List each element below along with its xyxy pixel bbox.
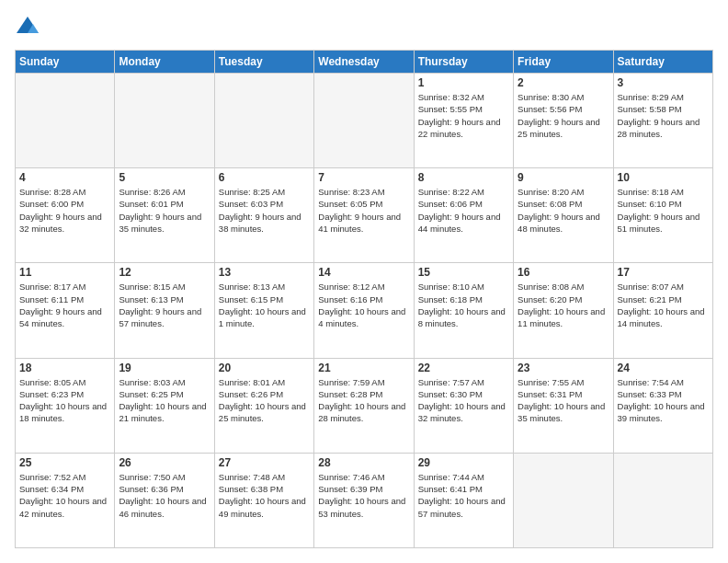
day-cell: 21Sunrise: 7:59 AM Sunset: 6:28 PM Dayli…: [314, 358, 414, 453]
day-info: Sunrise: 8:22 AM Sunset: 6:06 PM Dayligh…: [418, 186, 509, 235]
day-number: 2: [518, 76, 609, 89]
day-info: Sunrise: 8:29 AM Sunset: 5:58 PM Dayligh…: [618, 91, 709, 140]
day-cell: 4Sunrise: 8:28 AM Sunset: 6:00 PM Daylig…: [16, 168, 115, 263]
header-cell-saturday: Saturday: [613, 51, 712, 74]
day-cell: 27Sunrise: 7:48 AM Sunset: 6:38 PM Dayli…: [214, 453, 313, 547]
day-info: Sunrise: 8:23 AM Sunset: 6:05 PM Dayligh…: [318, 186, 409, 235]
header-cell-wednesday: Wednesday: [314, 51, 414, 74]
day-cell: [115, 74, 214, 168]
day-number: 4: [19, 171, 110, 184]
day-cell: 7Sunrise: 8:23 AM Sunset: 6:05 PM Daylig…: [314, 168, 414, 263]
day-cell: 16Sunrise: 8:08 AM Sunset: 6:20 PM Dayli…: [514, 263, 613, 358]
day-info: Sunrise: 7:44 AM Sunset: 6:41 PM Dayligh…: [418, 471, 509, 520]
day-number: 26: [119, 456, 210, 469]
day-number: 16: [518, 266, 609, 279]
header: [15, 15, 713, 40]
day-number: 20: [219, 362, 310, 374]
day-number: 10: [618, 171, 709, 184]
day-cell: [16, 74, 115, 168]
day-info: Sunrise: 8:13 AM Sunset: 6:15 PM Dayligh…: [219, 281, 310, 329]
day-number: 5: [119, 171, 210, 184]
day-info: Sunrise: 7:55 AM Sunset: 6:31 PM Dayligh…: [518, 376, 609, 425]
day-info: Sunrise: 8:28 AM Sunset: 6:00 PM Dayligh…: [19, 186, 110, 235]
day-number: 27: [219, 456, 310, 469]
header-cell-sunday: Sunday: [16, 51, 115, 74]
day-cell: 18Sunrise: 8:05 AM Sunset: 6:23 PM Dayli…: [16, 358, 115, 453]
header-cell-tuesday: Tuesday: [214, 51, 313, 74]
day-info: Sunrise: 8:18 AM Sunset: 6:10 PM Dayligh…: [618, 186, 709, 235]
day-number: 24: [618, 362, 709, 374]
day-info: Sunrise: 8:17 AM Sunset: 6:11 PM Dayligh…: [19, 281, 110, 329]
day-info: Sunrise: 8:03 AM Sunset: 6:25 PM Dayligh…: [119, 376, 210, 425]
day-number: 29: [418, 456, 509, 469]
week-row-3: 18Sunrise: 8:05 AM Sunset: 6:23 PM Dayli…: [16, 358, 713, 453]
day-number: 3: [618, 76, 709, 89]
page: SundayMondayTuesdayWednesdayThursdayFrid…: [0, 0, 728, 563]
day-info: Sunrise: 8:15 AM Sunset: 6:13 PM Dayligh…: [119, 281, 210, 329]
day-cell: 22Sunrise: 7:57 AM Sunset: 6:30 PM Dayli…: [414, 358, 513, 453]
day-number: 28: [318, 456, 409, 469]
week-row-4: 25Sunrise: 7:52 AM Sunset: 6:34 PM Dayli…: [16, 453, 713, 547]
day-cell: 2Sunrise: 8:30 AM Sunset: 5:56 PM Daylig…: [514, 74, 613, 168]
day-cell: 3Sunrise: 8:29 AM Sunset: 5:58 PM Daylig…: [613, 74, 712, 168]
day-cell: 15Sunrise: 8:10 AM Sunset: 6:18 PM Dayli…: [414, 263, 513, 358]
calendar-table: SundayMondayTuesdayWednesdayThursdayFrid…: [15, 50, 713, 548]
day-info: Sunrise: 7:54 AM Sunset: 6:33 PM Dayligh…: [618, 376, 709, 425]
day-info: Sunrise: 8:26 AM Sunset: 6:01 PM Dayligh…: [119, 186, 210, 235]
day-cell: 14Sunrise: 8:12 AM Sunset: 6:16 PM Dayli…: [314, 263, 414, 358]
day-number: 22: [418, 362, 509, 374]
day-info: Sunrise: 8:10 AM Sunset: 6:18 PM Dayligh…: [418, 281, 509, 329]
day-info: Sunrise: 8:32 AM Sunset: 5:55 PM Dayligh…: [418, 91, 509, 140]
day-cell: 1Sunrise: 8:32 AM Sunset: 5:55 PM Daylig…: [414, 74, 513, 168]
day-info: Sunrise: 7:57 AM Sunset: 6:30 PM Dayligh…: [418, 376, 509, 425]
day-info: Sunrise: 7:48 AM Sunset: 6:38 PM Dayligh…: [219, 471, 310, 520]
day-cell: 9Sunrise: 8:20 AM Sunset: 6:08 PM Daylig…: [514, 168, 613, 263]
day-info: Sunrise: 8:30 AM Sunset: 5:56 PM Dayligh…: [518, 91, 609, 140]
day-info: Sunrise: 7:46 AM Sunset: 6:39 PM Dayligh…: [318, 471, 409, 520]
day-info: Sunrise: 7:52 AM Sunset: 6:34 PM Dayligh…: [19, 471, 110, 520]
day-cell: [613, 453, 712, 547]
day-cell: 11Sunrise: 8:17 AM Sunset: 6:11 PM Dayli…: [16, 263, 115, 358]
day-number: 6: [219, 171, 310, 184]
day-cell: 5Sunrise: 8:26 AM Sunset: 6:01 PM Daylig…: [115, 168, 214, 263]
day-number: 9: [518, 171, 609, 184]
day-cell: 19Sunrise: 8:03 AM Sunset: 6:25 PM Dayli…: [115, 358, 214, 453]
day-info: Sunrise: 7:59 AM Sunset: 6:28 PM Dayligh…: [318, 376, 409, 425]
day-cell: 10Sunrise: 8:18 AM Sunset: 6:10 PM Dayli…: [613, 168, 712, 263]
day-info: Sunrise: 7:50 AM Sunset: 6:36 PM Dayligh…: [119, 471, 210, 520]
day-number: 21: [318, 362, 409, 374]
day-info: Sunrise: 8:08 AM Sunset: 6:20 PM Dayligh…: [518, 281, 609, 329]
day-info: Sunrise: 8:05 AM Sunset: 6:23 PM Dayligh…: [19, 376, 110, 425]
day-info: Sunrise: 8:07 AM Sunset: 6:21 PM Dayligh…: [618, 281, 709, 329]
day-cell: [514, 453, 613, 547]
day-cell: 12Sunrise: 8:15 AM Sunset: 6:13 PM Dayli…: [115, 263, 214, 358]
day-info: Sunrise: 8:12 AM Sunset: 6:16 PM Dayligh…: [318, 281, 409, 329]
day-cell: 6Sunrise: 8:25 AM Sunset: 6:03 PM Daylig…: [214, 168, 313, 263]
week-row-0: 1Sunrise: 8:32 AM Sunset: 5:55 PM Daylig…: [16, 74, 713, 168]
day-cell: 8Sunrise: 8:22 AM Sunset: 6:06 PM Daylig…: [414, 168, 513, 263]
day-cell: 25Sunrise: 7:52 AM Sunset: 6:34 PM Dayli…: [16, 453, 115, 547]
day-cell: 23Sunrise: 7:55 AM Sunset: 6:31 PM Dayli…: [514, 358, 613, 453]
day-number: 12: [119, 266, 210, 279]
day-number: 1: [418, 76, 509, 89]
day-number: 7: [318, 171, 409, 184]
week-row-2: 11Sunrise: 8:17 AM Sunset: 6:11 PM Dayli…: [16, 263, 713, 358]
header-cell-thursday: Thursday: [414, 51, 513, 74]
day-cell: 17Sunrise: 8:07 AM Sunset: 6:21 PM Dayli…: [613, 263, 712, 358]
logo: [15, 15, 44, 40]
day-number: 18: [19, 362, 110, 374]
day-number: 19: [119, 362, 210, 374]
header-row: SundayMondayTuesdayWednesdayThursdayFrid…: [16, 51, 713, 74]
header-cell-monday: Monday: [115, 51, 214, 74]
day-cell: [214, 74, 313, 168]
day-info: Sunrise: 8:20 AM Sunset: 6:08 PM Dayligh…: [518, 186, 609, 235]
day-number: 15: [418, 266, 509, 279]
week-row-1: 4Sunrise: 8:28 AM Sunset: 6:00 PM Daylig…: [16, 168, 713, 263]
header-cell-friday: Friday: [514, 51, 613, 74]
day-cell: 24Sunrise: 7:54 AM Sunset: 6:33 PM Dayli…: [613, 358, 712, 453]
day-cell: 29Sunrise: 7:44 AM Sunset: 6:41 PM Dayli…: [414, 453, 513, 547]
day-info: Sunrise: 8:01 AM Sunset: 6:26 PM Dayligh…: [219, 376, 310, 425]
day-number: 14: [318, 266, 409, 279]
day-cell: 20Sunrise: 8:01 AM Sunset: 6:26 PM Dayli…: [214, 358, 313, 453]
day-info: Sunrise: 8:25 AM Sunset: 6:03 PM Dayligh…: [219, 186, 310, 235]
